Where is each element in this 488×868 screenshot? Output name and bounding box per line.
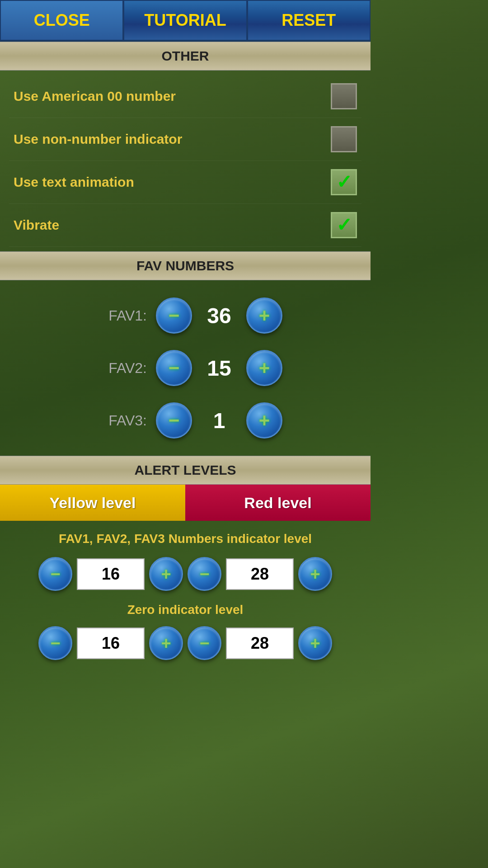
setting-label-non-number: Use non-number indicator [14, 132, 182, 147]
setting-row-non-number: Use non-number indicator [9, 118, 361, 161]
fav3-plus-button[interactable]: + [246, 402, 282, 439]
fav-alert-row: − 16 + − 28 + [5, 552, 366, 595]
fav-numbers-area: FAV1: − 36 + FAV2: − 15 + FAV3: − 1 + [0, 280, 371, 456]
zero-red-plus-icon: + [310, 635, 320, 652]
fav-yellow-plus-button[interactable]: + [149, 557, 183, 591]
zero-red-minus-button[interactable]: − [188, 626, 221, 660]
setting-label-text-animation: Use text animation [14, 175, 134, 190]
setting-row-american-00: Use American 00 number [9, 75, 361, 118]
fav-red-minus-button[interactable]: − [188, 557, 221, 591]
zero-yellow-minus-button[interactable]: − [38, 626, 72, 660]
yellow-level-label: Yellow level [0, 485, 185, 521]
fav2-label: FAV2: [88, 360, 147, 377]
zero-indicator-desc: Zero indicator level [5, 595, 366, 622]
checkbox-non-number[interactable] [331, 126, 357, 152]
fav-red-plus-button[interactable]: + [298, 557, 332, 591]
fav-numbers-section-header: FAV NUMBERS [0, 251, 371, 280]
zero-yellow-plus-button[interactable]: + [149, 626, 183, 660]
fav3-minus-icon: − [169, 411, 180, 430]
checkbox-american-00[interactable] [331, 83, 357, 109]
alert-levels-section-header: ALERT LEVELS [0, 456, 371, 485]
setting-row-vibrate: Vibrate ✓ [9, 204, 361, 247]
fav2-row: FAV2: − 15 + [5, 342, 366, 394]
fav1-value: 36 [201, 303, 237, 328]
tutorial-button[interactable]: TUTORIAL [123, 0, 247, 41]
zero-red-minus-icon: − [199, 635, 209, 652]
fav-red-minus-icon: − [199, 566, 209, 583]
fav-yellow-minus-button[interactable]: − [38, 557, 72, 591]
other-section-header: OTHER [0, 42, 371, 71]
zero-yellow-minus-icon: − [50, 635, 60, 652]
checkmark-text-animation: ✓ [336, 173, 352, 192]
fav3-minus-button[interactable]: − [156, 402, 192, 439]
fav2-minus-icon: − [169, 359, 180, 377]
fav-red-plus-icon: + [310, 566, 320, 583]
checkmark-vibrate: ✓ [336, 216, 352, 235]
top-bar: CLOSE TUTORIAL RESET [0, 0, 371, 42]
zero-alert-row: − 16 + − 28 + [5, 622, 366, 665]
alert-controls-area: FAV1, FAV2, FAV3 Numbers indicator level… [0, 521, 371, 674]
zero-red-value[interactable]: 28 [226, 627, 294, 659]
fav1-plus-button[interactable]: + [246, 297, 282, 334]
reset-button[interactable]: RESET [247, 0, 371, 41]
zero-yellow-plus-icon: + [161, 635, 171, 652]
fav3-value: 1 [201, 408, 237, 433]
fav3-plus-icon: + [259, 411, 270, 430]
fav2-value: 15 [201, 356, 237, 381]
setting-label-vibrate: Vibrate [14, 217, 59, 233]
red-level-label: Red level [185, 485, 371, 521]
checkbox-vibrate[interactable]: ✓ [331, 212, 357, 238]
fav-yellow-plus-icon: + [161, 566, 171, 583]
fav3-label: FAV3: [88, 412, 147, 429]
fav2-plus-button[interactable]: + [246, 350, 282, 386]
close-button[interactable]: CLOSE [0, 0, 123, 41]
setting-row-text-animation: Use text animation ✓ [9, 161, 361, 204]
fav3-row: FAV3: − 1 + [5, 394, 366, 447]
checkbox-text-animation[interactable]: ✓ [331, 169, 357, 195]
fav-yellow-value[interactable]: 16 [77, 558, 145, 590]
fav-red-value[interactable]: 28 [226, 558, 294, 590]
fav-indicator-desc: FAV1, FAV2, FAV3 Numbers indicator level [5, 525, 366, 552]
fav-yellow-minus-icon: − [50, 566, 60, 583]
zero-yellow-value[interactable]: 16 [77, 627, 145, 659]
fav1-plus-icon: + [259, 306, 270, 325]
alert-levels-area: Yellow level Red level FAV1, FAV2, FAV3 … [0, 485, 371, 674]
fav1-minus-button[interactable]: − [156, 297, 192, 334]
fav2-minus-button[interactable]: − [156, 350, 192, 386]
setting-label-american-00: Use American 00 number [14, 89, 176, 104]
alert-bar: Yellow level Red level [0, 485, 371, 521]
fav1-row: FAV1: − 36 + [5, 289, 366, 342]
zero-red-plus-button[interactable]: + [298, 626, 332, 660]
fav1-minus-icon: − [169, 306, 180, 325]
fav2-plus-icon: + [259, 359, 270, 377]
settings-area: Use American 00 number Use non-number in… [0, 71, 371, 251]
fav1-label: FAV1: [88, 307, 147, 324]
